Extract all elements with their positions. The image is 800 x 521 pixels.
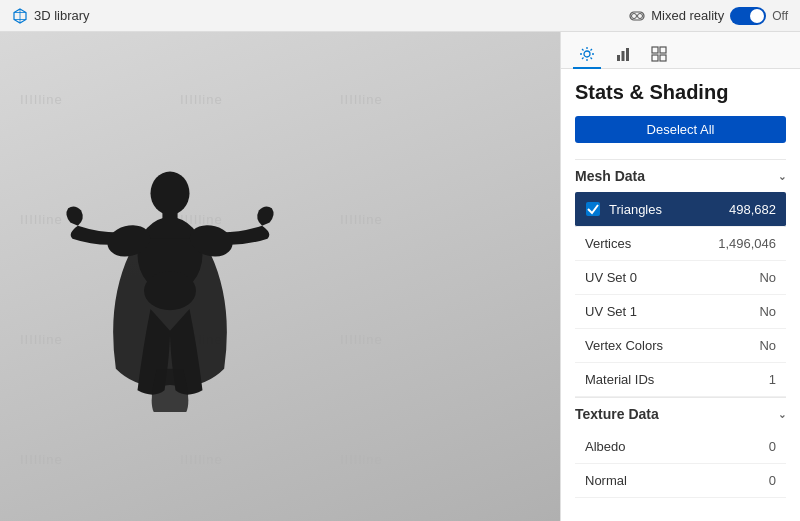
normal-label: Normal <box>585 473 627 488</box>
uv-set-0-label: UV Set 0 <box>585 270 637 285</box>
3d-library-button[interactable]: 3D library <box>12 8 90 24</box>
watermark: IIIIline <box>20 212 63 227</box>
sun-icon <box>579 46 595 62</box>
vertex-colors-label: Vertex Colors <box>585 338 663 353</box>
tab-chart[interactable] <box>609 40 637 68</box>
checkbox-checked-icon <box>585 201 601 217</box>
vertex-colors-row: Vertex Colors No <box>575 329 786 363</box>
watermark: IIIIline <box>20 92 63 107</box>
triangles-label: Triangles <box>609 202 662 217</box>
watermark: IIIIline <box>340 332 383 347</box>
svg-rect-21 <box>652 47 658 53</box>
watermark: IIIIline <box>180 92 223 107</box>
cube-icon <box>12 8 28 24</box>
svg-rect-23 <box>652 55 658 61</box>
uv-set-0-row: UV Set 0 No <box>575 261 786 295</box>
uv-set-1-label: UV Set 1 <box>585 304 637 319</box>
mixed-reality-label: Mixed reality <box>651 8 724 23</box>
svg-line-17 <box>582 58 584 60</box>
triangles-value: 498,682 <box>729 202 776 217</box>
vertices-value: 1,496,046 <box>718 236 776 251</box>
svg-point-3 <box>151 172 190 215</box>
mixed-reality-container: Mixed reality Off <box>629 7 788 25</box>
material-ids-value: 1 <box>769 372 776 387</box>
grid-icon <box>651 46 667 62</box>
watermark: IIIIline <box>20 332 63 347</box>
albedo-row: Albedo 0 <box>575 430 786 464</box>
triangles-row[interactable]: Triangles 498,682 <box>575 192 786 227</box>
svg-rect-20 <box>626 48 629 61</box>
normal-row: Normal 0 <box>575 464 786 498</box>
svg-line-14 <box>582 49 584 51</box>
texture-data-chevron: ⌄ <box>778 409 786 420</box>
uv-set-1-row: UV Set 1 No <box>575 295 786 329</box>
svg-rect-22 <box>660 47 666 53</box>
watermark: IIIIline <box>20 452 63 467</box>
normal-value: 0 <box>769 473 776 488</box>
svg-rect-18 <box>617 55 620 61</box>
main-area: IIIIline IIIIline IIIIline IIIIline IIII… <box>0 32 800 521</box>
svg-rect-24 <box>660 55 666 61</box>
panel-tabs <box>561 32 800 69</box>
watermark: IIIIline <box>340 212 383 227</box>
topbar: 3D library Mixed reality Off <box>0 0 800 32</box>
watermark: IIIIline <box>340 92 383 107</box>
right-panel: Stats & Shading Deselect All Mesh Data ⌄… <box>560 32 800 521</box>
3d-library-label: 3D library <box>34 8 90 23</box>
mixed-reality-toggle[interactable] <box>730 7 766 25</box>
toggle-thumb <box>750 9 764 23</box>
texture-data-section-header[interactable]: Texture Data ⌄ <box>575 397 786 430</box>
watermark: IIIIline <box>180 452 223 467</box>
chart-icon <box>615 46 631 62</box>
mesh-data-label: Mesh Data <box>575 168 645 184</box>
svg-line-15 <box>591 58 593 60</box>
mesh-data-section-header[interactable]: Mesh Data ⌄ <box>575 159 786 192</box>
material-ids-label: Material IDs <box>585 372 654 387</box>
svg-line-16 <box>591 49 593 51</box>
vertex-colors-value: No <box>759 338 776 353</box>
panel-content: Stats & Shading Deselect All Mesh Data ⌄… <box>561 69 800 510</box>
panel-title: Stats & Shading <box>575 81 786 104</box>
viewport[interactable]: IIIIline IIIIline IIIIline IIIIline IIII… <box>0 32 560 521</box>
albedo-value: 0 <box>769 439 776 454</box>
mixed-reality-icon <box>629 8 645 24</box>
vertices-label: Vertices <box>585 236 631 251</box>
deselect-all-button[interactable]: Deselect All <box>575 116 786 143</box>
texture-data-label: Texture Data <box>575 406 659 422</box>
triangles-label-container: Triangles <box>585 201 662 217</box>
toggle-off-label: Off <box>772 9 788 23</box>
svg-point-9 <box>584 51 590 57</box>
mesh-data-chevron: ⌄ <box>778 171 786 182</box>
svg-point-2 <box>638 13 643 18</box>
uv-set-0-value: No <box>759 270 776 285</box>
character-model <box>60 152 280 412</box>
svg-point-1 <box>632 13 637 18</box>
svg-rect-19 <box>622 51 625 61</box>
tab-grid[interactable] <box>645 40 673 68</box>
material-ids-row: Material IDs 1 <box>575 363 786 397</box>
watermark: IIIIline <box>340 452 383 467</box>
uv-set-1-value: No <box>759 304 776 319</box>
vertices-row: Vertices 1,496,046 <box>575 227 786 261</box>
tab-sun[interactable] <box>573 40 601 68</box>
albedo-label: Albedo <box>585 439 625 454</box>
